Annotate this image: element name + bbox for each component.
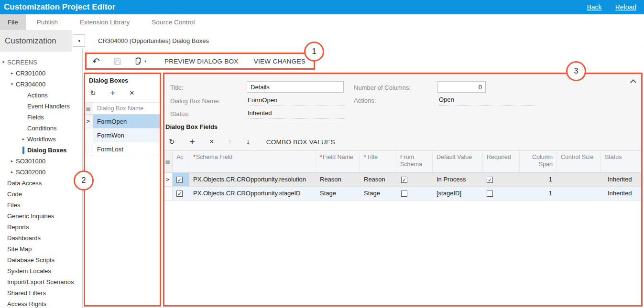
preview-dialog-box-button[interactable]: PREVIEW DIALOG BOX xyxy=(164,58,239,65)
column-header-dialog-box-name[interactable]: Dialog Box Name xyxy=(93,103,161,114)
tree-item-cr304000[interactable]: ▾CR304000 xyxy=(0,79,82,90)
tree-label: Conditions xyxy=(27,125,56,132)
tree-item-fields[interactable]: Fields xyxy=(0,112,82,123)
expand-icon[interactable]: ▾ xyxy=(0,57,6,68)
column-header-control-size[interactable]: Control Size xyxy=(557,151,601,172)
tree-label: SO302000 xyxy=(16,169,45,176)
back-link[interactable]: Back xyxy=(587,3,602,11)
column-header-status[interactable]: Status xyxy=(601,151,643,172)
tree-item-event-handlers[interactable]: Event Handlers xyxy=(0,101,82,112)
add-row-icon[interactable]: + xyxy=(190,137,195,147)
control-size-cell xyxy=(557,187,601,200)
tree-item-database-scripts[interactable]: Database Scripts xyxy=(0,255,82,266)
undo-icon[interactable]: ↶ xyxy=(92,56,100,67)
tree-label: CR304000 xyxy=(16,81,45,88)
column-header-default-value[interactable]: Default Value xyxy=(433,151,483,172)
grid-settings-icon[interactable]: ▤ xyxy=(163,151,173,172)
column-header-from-schema[interactable]: From Schema xyxy=(396,151,433,172)
tree-item-import-export-scenarios[interactable]: Import/Export Scenarios xyxy=(0,276,82,287)
required-mark: * xyxy=(320,154,322,160)
menu-publish[interactable]: Publish xyxy=(26,14,69,30)
sidebar-collapse-button[interactable]: ◂ xyxy=(73,34,85,47)
tree-item-files[interactable]: Files xyxy=(0,200,82,211)
required-cell xyxy=(483,187,520,200)
row-cursor-icon: > xyxy=(84,115,93,128)
dropdown-arrow-icon: ▾ xyxy=(144,59,146,64)
row-cursor-icon: > xyxy=(163,173,173,186)
dialog-box-row[interactable]: > FormOpen xyxy=(84,115,161,128)
from-schema-checkbox[interactable]: ✓ xyxy=(401,177,407,183)
required-checkbox[interactable]: ✓ xyxy=(487,177,493,183)
column-header-required[interactable]: Required xyxy=(483,151,520,172)
tree-item-dashboards[interactable]: Dashboards xyxy=(0,233,82,244)
column-header-label: Field Name xyxy=(323,154,353,160)
expand-icon[interactable]: ▸ xyxy=(9,167,15,178)
expand-icon[interactable]: ▾ xyxy=(9,79,15,90)
tree-item-workflows[interactable]: ▸Workflows xyxy=(0,134,82,145)
tree-item-screens[interactable]: ▾SCREENS xyxy=(0,57,82,68)
required-checkbox[interactable] xyxy=(487,191,493,197)
number-of-columns-input[interactable] xyxy=(437,81,486,93)
field-row[interactable]: ✓ PX.Objects.CR.CROpportunity.stageID St… xyxy=(163,187,643,201)
combo-box-values-button[interactable]: COMBO BOX VALUES xyxy=(266,138,335,146)
delete-row-icon[interactable]: × xyxy=(130,88,134,98)
view-changes-button[interactable]: VIEW CHANGES xyxy=(254,58,306,65)
active-checkbox[interactable]: ✓ xyxy=(176,177,183,183)
tree-item-system-locales[interactable]: System Locales xyxy=(0,266,82,276)
grid-settings-icon[interactable]: ▤ xyxy=(84,103,93,114)
clipboard-menu-button[interactable]: ▾ xyxy=(135,57,146,65)
title-input[interactable] xyxy=(247,81,344,93)
field-row[interactable]: > ✓ PX.Objects.CR.CROpportunity.resoluti… xyxy=(163,173,643,187)
from-schema-checkbox[interactable] xyxy=(401,191,407,197)
dialog-box-row[interactable]: FormWon xyxy=(84,128,161,142)
menu-file[interactable]: File xyxy=(0,14,26,30)
column-span-cell: 1 xyxy=(520,187,557,200)
reload-link[interactable]: Reload xyxy=(615,3,636,11)
delete-row-icon[interactable]: × xyxy=(209,137,214,147)
refresh-icon[interactable]: ↻ xyxy=(90,89,96,97)
move-down-icon[interactable]: ↓ xyxy=(246,138,250,146)
tree-item-so302000[interactable]: ▸SO302000 xyxy=(0,167,82,178)
save-icon[interactable] xyxy=(113,57,121,65)
dialog-box-row[interactable]: FormLost xyxy=(84,142,161,156)
expand-icon[interactable]: ▸ xyxy=(9,68,15,79)
schema-field-cell: PX.Objects.CR.CROpportunity.stageID xyxy=(189,187,316,200)
dialog-box-fields-grid: ▤ Ac *Schema Field *Field Name *Title Fr… xyxy=(163,150,643,307)
expand-icon[interactable]: ▸ xyxy=(21,134,26,145)
tree-item-shared-filters[interactable]: Shared Filters xyxy=(0,287,82,298)
tree-item-reports[interactable]: Reports xyxy=(0,222,82,233)
add-row-icon[interactable]: + xyxy=(110,88,116,98)
active-checkbox[interactable]: ✓ xyxy=(176,191,183,197)
tree-label: Actions xyxy=(27,92,48,99)
tree-item-generic-inquiries[interactable]: Generic Inquiries xyxy=(0,211,82,222)
tree-item-actions[interactable]: Actions xyxy=(0,90,82,101)
tree-item-data-access[interactable]: Data Access xyxy=(0,178,82,189)
collapse-panel-icon[interactable] xyxy=(630,79,636,85)
move-up-icon[interactable]: ↑ xyxy=(228,138,232,146)
column-header-title[interactable]: *Title xyxy=(360,151,396,172)
column-header-schema-field[interactable]: *Schema Field xyxy=(189,151,316,172)
column-header-column-span[interactable]: Column Span xyxy=(520,151,557,172)
collapse-left-icon: ◂ xyxy=(78,38,80,43)
menu-source-control[interactable]: Source Control xyxy=(141,14,206,30)
customization-title: Customization xyxy=(0,30,72,52)
tree-item-access-rights[interactable]: Access Rights xyxy=(0,298,82,308)
tree-label: Import/Export Scenarios xyxy=(7,278,74,286)
tree-label: Dashboards xyxy=(7,234,41,242)
column-header-label: Title xyxy=(367,154,378,160)
tree-item-dialog-boxes[interactable]: Dialog Boxes xyxy=(0,145,82,156)
tree-item-code[interactable]: Code xyxy=(0,189,82,200)
tree-item-so301000[interactable]: ▸SO301000 xyxy=(0,156,82,167)
dialog-box-name: FormLost xyxy=(93,142,161,156)
column-header-active[interactable]: Ac xyxy=(173,151,189,172)
tree-item-site-map[interactable]: Site Map xyxy=(0,244,82,255)
tree-label: Code xyxy=(7,191,22,198)
refresh-icon[interactable]: ↻ xyxy=(169,138,175,146)
column-header-field-name[interactable]: *Field Name xyxy=(316,151,360,172)
expand-icon[interactable]: ▸ xyxy=(9,156,15,167)
tree-label: Generic Inquiries xyxy=(7,212,54,220)
actions-label: Actions: xyxy=(354,97,376,104)
tree-item-cr301000[interactable]: ▸CR301000 xyxy=(0,68,82,79)
tree-item-conditions[interactable]: Conditions xyxy=(0,123,82,134)
menu-extension-library[interactable]: Extension Library xyxy=(69,14,141,30)
